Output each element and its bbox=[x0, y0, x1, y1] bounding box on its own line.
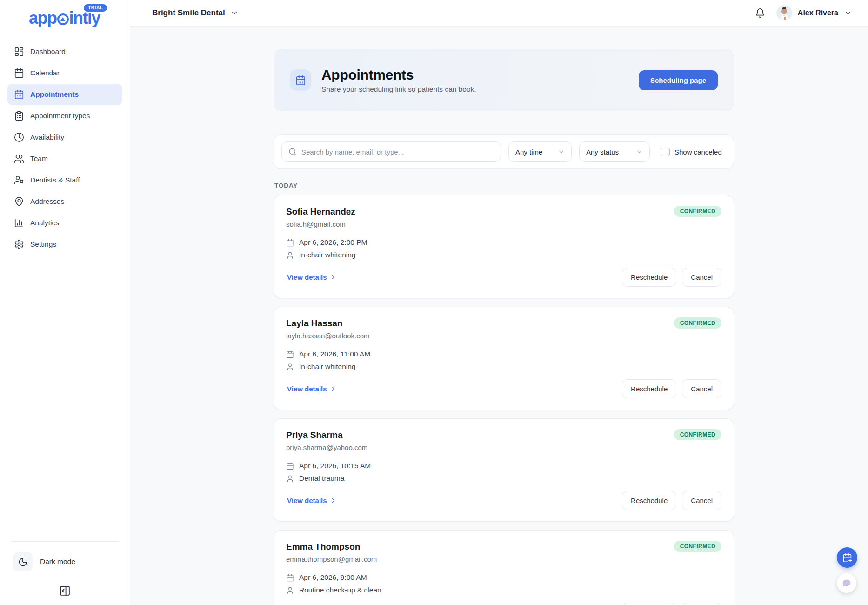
sidebar-item-calendar[interactable]: Calendar bbox=[7, 62, 122, 84]
view-details-label: View details bbox=[287, 273, 327, 281]
patient-email: emma.thompson@gmail.com bbox=[286, 555, 721, 563]
search-icon bbox=[288, 148, 297, 156]
card-actions: Reschedule Cancel bbox=[622, 268, 721, 287]
status-badge: CONFIRMED bbox=[674, 429, 721, 440]
appointment-meta: Apr 6, 2026, 10:15 AM Dental trauma bbox=[286, 462, 721, 483]
sidebar-item-settings[interactable]: Settings bbox=[7, 234, 122, 255]
chat-widget-button[interactable] bbox=[837, 573, 856, 593]
sidebar-item-label: Appointment types bbox=[30, 112, 90, 120]
chat-bubble-icon bbox=[841, 578, 852, 588]
view-details-link[interactable]: View details bbox=[287, 497, 337, 504]
sidebar-item-appointments[interactable]: Appointments bbox=[7, 84, 122, 105]
trial-badge: TRIAL bbox=[83, 3, 108, 13]
patient-email: priya.sharma@yahoo.com bbox=[286, 444, 721, 451]
time-filter-dropdown[interactable]: Any time bbox=[508, 141, 572, 162]
status-filter-dropdown[interactable]: Any status bbox=[579, 141, 650, 162]
card-actions: Reschedule Cancel bbox=[622, 603, 721, 605]
section-label-today: TODAY bbox=[274, 182, 734, 189]
reschedule-button[interactable]: Reschedule bbox=[622, 491, 676, 510]
cancel-button[interactable]: Cancel bbox=[682, 491, 721, 510]
sidebar-item-label: Appointments bbox=[30, 90, 79, 99]
organization-name: Bright Smile Dental bbox=[152, 8, 225, 18]
hero-text: Appointments Share your scheduling link … bbox=[321, 67, 476, 94]
card-footer: View details Reschedule Cancel bbox=[286, 603, 721, 605]
sidebar: appintly TRIAL Dashboard Calendar Appoin… bbox=[0, 0, 130, 605]
appointment-datetime: Apr 6, 2026, 11:00 AM bbox=[299, 350, 370, 358]
status-badge: CONFIRMED bbox=[674, 206, 721, 217]
cancel-button[interactable]: Cancel bbox=[682, 379, 721, 398]
view-details-link[interactable]: View details bbox=[287, 273, 337, 281]
appointment-datetime-row: Apr 6, 2026, 9:00 AM bbox=[286, 573, 721, 582]
topbar: Bright Smile Dental Alex Rivera bbox=[130, 0, 868, 27]
sidebar-item-analytics[interactable]: Analytics bbox=[7, 212, 122, 234]
moon-icon bbox=[13, 552, 33, 571]
person-icon bbox=[286, 475, 294, 483]
chevron-down-icon bbox=[636, 148, 643, 155]
new-appointment-fab[interactable] bbox=[837, 547, 857, 568]
search-input[interactable] bbox=[301, 148, 494, 156]
bar-chart-icon bbox=[14, 218, 24, 228]
page-title: Appointments bbox=[321, 67, 476, 83]
sidebar-item-label: Dentists & Staff bbox=[30, 176, 80, 184]
appointment-card: CONFIRMED Sofia Hernandez sofia.h@gmail.… bbox=[274, 195, 734, 298]
scheduling-page-button[interactable]: Scheduling page bbox=[639, 70, 718, 90]
user-menu[interactable]: Alex Rivera bbox=[776, 5, 852, 21]
show-canceled-checkbox[interactable] bbox=[661, 148, 670, 156]
app-window: appintly TRIAL Dashboard Calendar Appoin… bbox=[0, 0, 868, 605]
chevron-right-icon bbox=[330, 497, 337, 504]
appointments-hero-card: Appointments Share your scheduling link … bbox=[274, 49, 734, 111]
sidebar-item-label: Dashboard bbox=[30, 47, 66, 56]
notifications-button[interactable] bbox=[755, 8, 765, 18]
appointment-datetime: Apr 6, 2026, 10:15 AM bbox=[299, 462, 371, 470]
calendar-icon bbox=[286, 574, 294, 582]
appointment-type: Routine check-up & clean bbox=[299, 586, 381, 594]
sidebar-item-label: Team bbox=[30, 155, 48, 163]
organization-switcher[interactable]: Bright Smile Dental bbox=[152, 8, 239, 18]
calendar-icon bbox=[286, 239, 294, 247]
time-filter-value: Any time bbox=[515, 148, 542, 156]
appointment-card: CONFIRMED Layla Hassan layla.hassan@outl… bbox=[274, 307, 734, 410]
appointment-meta: Apr 6, 2026, 11:00 AM In-chair whitening bbox=[286, 350, 721, 371]
card-footer: View details Reschedule Cancel bbox=[286, 268, 721, 287]
cancel-button[interactable]: Cancel bbox=[682, 268, 721, 287]
cancel-button[interactable]: Cancel bbox=[682, 603, 721, 605]
appointment-meta: Apr 6, 2026, 9:00 AM Routine check-up & … bbox=[286, 573, 721, 594]
chevron-down-icon bbox=[844, 9, 852, 17]
dashboard-icon bbox=[14, 47, 24, 57]
sidebar-item-label: Addresses bbox=[30, 197, 64, 206]
topbar-right: Alex Rivera bbox=[755, 5, 852, 21]
sidebar-item-team[interactable]: Team bbox=[7, 148, 122, 169]
calendar-icon bbox=[286, 462, 294, 470]
reschedule-button[interactable]: Reschedule bbox=[622, 379, 676, 398]
dark-mode-toggle[interactable]: Dark mode bbox=[0, 552, 130, 571]
chevron-right-icon bbox=[330, 385, 337, 392]
calendar-icon bbox=[14, 68, 24, 78]
patient-name: Sofia Hernandez bbox=[286, 207, 721, 217]
appointment-type: In-chair whitening bbox=[299, 251, 355, 259]
user-cog-icon bbox=[14, 175, 24, 185]
calendar-icon bbox=[290, 69, 311, 91]
page-subtitle: Share your scheduling link so patients c… bbox=[321, 85, 476, 94]
appointment-datetime-row: Apr 6, 2026, 10:15 AM bbox=[286, 462, 721, 470]
view-details-link[interactable]: View details bbox=[287, 385, 337, 393]
patient-name: Layla Hassan bbox=[286, 318, 721, 329]
sidebar-item-addresses[interactable]: Addresses bbox=[7, 191, 122, 212]
show-canceled-label: Show canceled bbox=[674, 148, 722, 156]
appointment-card: CONFIRMED Priya Sharma priya.sharma@yaho… bbox=[274, 418, 734, 522]
appointment-type-row: Routine check-up & clean bbox=[286, 586, 721, 594]
sidebar-item-dentists-staff[interactable]: Dentists & Staff bbox=[7, 169, 122, 191]
bell-icon bbox=[755, 8, 765, 18]
logo-wordmark: appintly bbox=[29, 8, 130, 28]
reschedule-button[interactable]: Reschedule bbox=[622, 268, 676, 287]
gear-icon bbox=[14, 239, 24, 249]
logo-o-icon bbox=[57, 13, 69, 25]
collapse-sidebar-button[interactable] bbox=[58, 584, 72, 598]
sidebar-item-appointment-types[interactable]: Appointment types bbox=[7, 105, 122, 127]
view-details-label: View details bbox=[287, 385, 327, 393]
patient-email: sofia.h@gmail.com bbox=[286, 220, 721, 228]
sidebar-item-dashboard[interactable]: Dashboard bbox=[7, 41, 122, 62]
reschedule-button[interactable]: Reschedule bbox=[622, 603, 676, 605]
avatar bbox=[776, 5, 792, 21]
show-canceled-toggle[interactable]: Show canceled bbox=[661, 148, 722, 156]
sidebar-item-availability[interactable]: Availability bbox=[7, 127, 122, 148]
